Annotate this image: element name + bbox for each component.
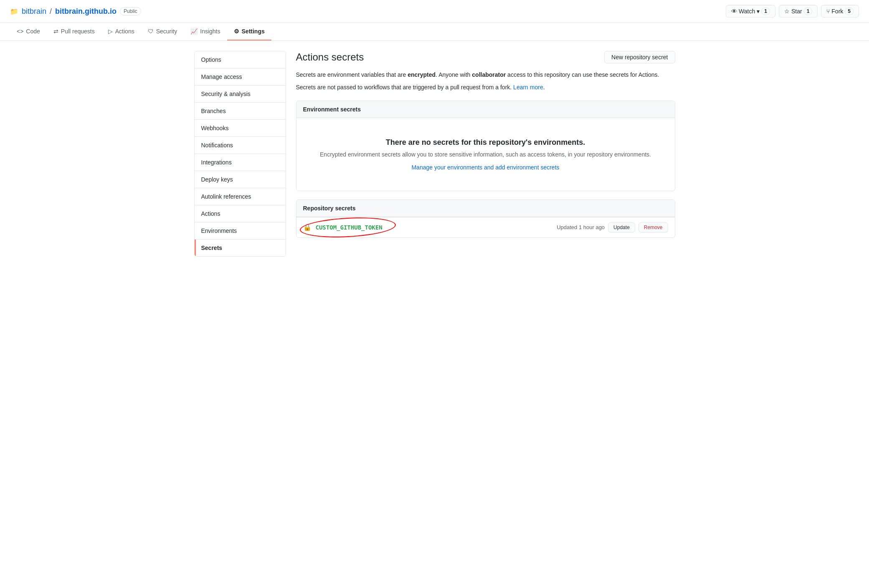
sidebar-item-manage-access-label: Manage access [201, 73, 242, 80]
env-secrets-empty-title: There are no secrets for this repository… [303, 138, 668, 147]
tab-insights-label: Insights [200, 28, 220, 35]
content-area: Actions secrets New repository secret Se… [296, 51, 675, 257]
env-secrets-empty-desc: Encrypted environment secrets allow you … [303, 150, 668, 159]
sidebar-item-branches-label: Branches [201, 108, 226, 114]
description-line2: Secrets are not passed to workflows that… [296, 83, 675, 92]
top-actions: 👁 Watch ▾ 1 ☆ Star 1 ⑂ Fork 5 [726, 5, 859, 18]
star-count: 1 [804, 8, 813, 15]
remove-secret-button[interactable]: Remove [638, 222, 668, 232]
watch-eye-icon: 👁 [731, 8, 737, 15]
fork-icon: ⑂ [826, 8, 830, 15]
sidebar-item-options-label: Options [201, 56, 221, 63]
repo-title: 📁 bitbrain / bitbrain.github.io Public [10, 7, 141, 16]
tab-actions[interactable]: ▷ Actions [101, 23, 141, 40]
sidebar-item-integrations-label: Integrations [201, 159, 232, 166]
sidebar-item-integrations[interactable]: Integrations [195, 154, 286, 171]
desc2-prefix: Secrets are not passed to workflows that… [296, 84, 514, 91]
nav-tabs: <> Code ⇄ Pull requests ▷ Actions 🛡 Secu… [0, 23, 869, 41]
desc1-prefix: Secrets are environment variables that a… [296, 71, 408, 78]
watch-label: Watch [739, 8, 755, 15]
visibility-badge: Public [120, 7, 141, 15]
description-line1: Secrets are environment variables that a… [296, 70, 675, 79]
main-layout: Options Manage access Security & analysi… [184, 51, 685, 257]
sidebar-item-notifications-label: Notifications [201, 142, 233, 149]
tab-security[interactable]: 🛡 Security [141, 23, 184, 40]
env-secrets-header: Environment secrets [296, 101, 675, 118]
content-header: Actions secrets New repository secret [296, 51, 675, 63]
desc1-collaborator: collaborator [472, 71, 506, 78]
secret-row: 🔒 CUSTOM_GITHUB_TOKEN Updated 1 hour ago… [296, 217, 675, 237]
code-icon: <> [17, 28, 23, 35]
sidebar-item-deploy-keys[interactable]: Deploy keys [195, 171, 286, 188]
update-secret-button[interactable]: Update [608, 222, 635, 232]
settings-icon: ⚙ [234, 28, 239, 35]
sidebar-item-deploy-keys-label: Deploy keys [201, 176, 233, 183]
sidebar-item-branches[interactable]: Branches [195, 103, 286, 120]
desc2-suffix: . [543, 84, 545, 91]
tab-code-label: Code [26, 28, 40, 35]
secret-updated: Updated 1 hour ago [557, 224, 605, 230]
insights-icon: 📈 [190, 28, 198, 35]
sidebar-item-security-analysis-label: Security & analysis [201, 91, 251, 97]
tab-pull-requests[interactable]: ⇄ Pull requests [47, 23, 101, 40]
watch-chevron-icon: ▾ [757, 8, 760, 15]
sidebar: Options Manage access Security & analysi… [194, 51, 286, 257]
secret-right: Updated 1 hour ago Update Remove [557, 222, 668, 232]
sidebar-item-manage-access[interactable]: Manage access [195, 68, 286, 86]
repo-owner[interactable]: bitbrain [22, 7, 46, 16]
sidebar-item-environments-label: Environments [201, 227, 237, 234]
tab-security-label: Security [156, 28, 177, 35]
top-bar: 📁 bitbrain / bitbrain.github.io Public 👁… [0, 0, 869, 23]
env-secrets-empty: There are no secrets for this repository… [296, 118, 675, 191]
sidebar-item-webhooks-label: Webhooks [201, 125, 229, 131]
star-label: Star [791, 8, 802, 15]
actions-icon: ▷ [108, 28, 113, 35]
new-repository-secret-button[interactable]: New repository secret [604, 51, 675, 63]
sidebar-item-environments[interactable]: Environments [195, 222, 286, 240]
tab-insights[interactable]: 📈 Insights [184, 23, 227, 40]
sidebar-item-actions-settings[interactable]: Actions [195, 205, 286, 222]
repository-secrets-box: Repository secrets 🔒 CUSTOM_GITHUB_TOKEN… [296, 199, 675, 238]
sidebar-item-actions-label: Actions [201, 210, 220, 217]
watch-button[interactable]: 👁 Watch ▾ 1 [726, 5, 775, 18]
tab-settings[interactable]: ⚙ Settings [227, 23, 271, 40]
security-icon: 🛡 [148, 28, 154, 35]
learn-more-link[interactable]: Learn more [513, 84, 543, 91]
secret-name: CUSTOM_GITHUB_TOKEN [316, 224, 383, 231]
repo-name[interactable]: bitbrain.github.io [55, 7, 117, 16]
tab-settings-label: Settings [242, 28, 265, 35]
environment-secrets-box: Environment secrets There are no secrets… [296, 101, 675, 191]
star-icon: ☆ [784, 8, 790, 15]
repo-secrets-header: Repository secrets [296, 200, 675, 217]
pull-requests-icon: ⇄ [53, 28, 58, 35]
sidebar-item-notifications[interactable]: Notifications [195, 137, 286, 154]
repo-separator: / [50, 7, 52, 16]
repo-icon: 📁 [10, 8, 18, 15]
fork-count: 5 [845, 8, 854, 15]
tab-code[interactable]: <> Code [10, 23, 47, 40]
page-title: Actions secrets [296, 51, 364, 63]
sidebar-item-options[interactable]: Options [195, 51, 286, 68]
sidebar-item-webhooks[interactable]: Webhooks [195, 120, 286, 137]
sidebar-item-secrets-label: Secrets [201, 245, 223, 251]
secret-left: 🔒 CUSTOM_GITHUB_TOKEN [303, 223, 383, 231]
fork-label: Fork [831, 8, 843, 15]
tab-pull-requests-label: Pull requests [61, 28, 95, 35]
desc1-encrypted: encrypted [408, 71, 436, 78]
watch-count: 1 [761, 8, 770, 15]
tab-actions-label: Actions [115, 28, 134, 35]
sidebar-item-secrets[interactable]: Secrets [195, 240, 286, 256]
sidebar-item-security-analysis[interactable]: Security & analysis [195, 86, 286, 103]
sidebar-item-autolink-references[interactable]: Autolink references [195, 188, 286, 205]
desc1-suffix: access to this repository can use these … [506, 71, 659, 78]
desc1-mid: . Anyone with [436, 71, 472, 78]
star-button[interactable]: ☆ Star 1 [779, 5, 818, 18]
manage-environments-link[interactable]: Manage your environments and add environ… [411, 164, 559, 171]
fork-button[interactable]: ⑂ Fork 5 [821, 5, 859, 18]
sidebar-item-autolink-label: Autolink references [201, 193, 251, 200]
lock-icon: 🔒 [303, 223, 312, 231]
